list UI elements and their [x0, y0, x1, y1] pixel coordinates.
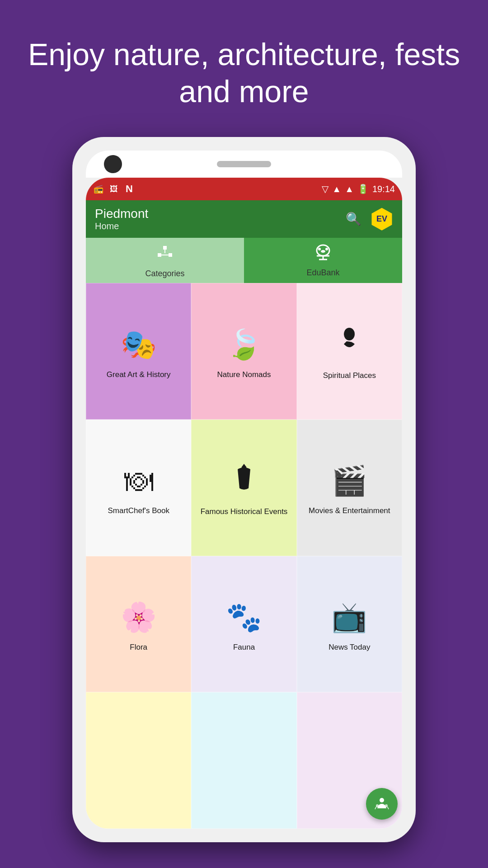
flora-icon: 🌸: [121, 600, 157, 634]
podcast-icon: 📻: [93, 184, 104, 194]
speaker: [217, 161, 271, 167]
svg-point-13: [344, 328, 355, 340]
fab-button[interactable]: [366, 788, 398, 820]
signal-icon: ▲: [332, 184, 341, 194]
phone-screen: 📻 🖼 N ▽ ▲ ▲ 🔋 19:14 Piedmont Home: [86, 178, 402, 829]
status-right-icons: ▽ ▲ ▲ 🔋 19:14: [322, 184, 395, 194]
svg-point-8: [325, 248, 328, 250]
tab-bar: Categories EduBank: [86, 238, 402, 283]
svg-rect-14: [242, 472, 246, 473]
app-bar-title: Piedmont Home: [95, 207, 148, 231]
famous-historical-label: Famous Historical Events: [201, 507, 288, 517]
cell-famous-historical[interactable]: Famous Historical Events: [191, 420, 296, 556]
app-home-label: Home: [95, 221, 148, 231]
art-history-icon: 🎭: [121, 328, 157, 362]
ev-badge: EV: [371, 208, 393, 231]
svg-point-17: [380, 798, 384, 802]
svg-rect-15: [241, 476, 247, 477]
camera: [104, 155, 122, 173]
art-history-label: Great Art & History: [107, 370, 171, 380]
clock: 19:14: [372, 184, 395, 194]
cell-fauna[interactable]: 🐾 Fauna: [191, 556, 296, 693]
cell-great-art-history[interactable]: 🎭 Great Art & History: [86, 283, 191, 420]
nature-nomads-label: Nature Nomads: [217, 370, 271, 380]
app-bar-icons: 🔍 EV: [346, 208, 393, 231]
edubank-icon: [314, 244, 333, 265]
phone-wrapper: 📻 🖼 N ▽ ▲ ▲ 🔋 19:14 Piedmont Home: [72, 137, 416, 842]
cell-smartchef[interactable]: 🍽 SmartChef's Book: [86, 420, 191, 556]
app-name: Piedmont: [95, 207, 148, 221]
tab-edubank[interactable]: EduBank: [244, 238, 402, 283]
smartchef-label: SmartChef's Book: [108, 506, 169, 516]
phone-frame: 📻 🖼 N ▽ ▲ ▲ 🔋 19:14 Piedmont Home: [72, 137, 416, 842]
news-label: News Today: [328, 642, 370, 652]
svg-point-9: [321, 250, 325, 253]
app-bar: Piedmont Home 🔍 EV: [86, 200, 402, 238]
status-bar: 📻 🖼 N ▽ ▲ ▲ 🔋 19:14: [86, 178, 402, 200]
historical-icon: [231, 463, 257, 499]
svg-rect-0: [163, 246, 167, 250]
categories-icon: [156, 244, 174, 266]
battery-icon: 🔋: [357, 184, 369, 194]
flora-label: Flora: [130, 642, 147, 652]
nature-nomads-icon: 🍃: [226, 328, 262, 362]
movies-label: Movies & Entertainment: [309, 506, 390, 516]
hero-text: Enjoy nature, architecture, fests and mo…: [0, 0, 488, 137]
tab-categories[interactable]: Categories: [86, 238, 244, 283]
cell-spiritual-places[interactable]: Spiritual Places: [297, 283, 402, 420]
smartchef-icon: 🍽: [124, 464, 153, 498]
fauna-icon: 🐾: [226, 600, 262, 634]
search-icon[interactable]: 🔍: [346, 212, 361, 226]
notch-row: [86, 151, 402, 178]
movies-icon: 🎬: [331, 464, 367, 498]
categories-label: Categories: [145, 269, 184, 278]
cell-row4-b[interactable]: [191, 692, 296, 829]
wifi-icon: ▽: [322, 184, 328, 194]
categories-grid: 🎭 Great Art & History 🍃 Nature Nomads Sp…: [86, 283, 402, 829]
svg-point-7: [318, 248, 321, 250]
fauna-label: Fauna: [233, 642, 255, 652]
edubank-label: EduBank: [306, 268, 339, 278]
image-icon: 🖼: [108, 184, 119, 194]
status-left-icons: 📻 🖼 N: [93, 184, 135, 194]
signal2-icon: ▲: [345, 184, 354, 194]
spiritual-places-label: Spiritual Places: [323, 371, 376, 381]
cell-movies-entertainment[interactable]: 🎬 Movies & Entertainment: [297, 420, 402, 556]
cell-flora[interactable]: 🌸 Flora: [86, 556, 191, 693]
spiritual-places-icon: [337, 327, 362, 363]
cell-news-today[interactable]: 📺 News Today: [297, 556, 402, 693]
svg-rect-16: [240, 479, 248, 481]
cell-row4-a[interactable]: [86, 692, 191, 829]
cell-nature-nomads[interactable]: 🍃 Nature Nomads: [191, 283, 296, 420]
n-icon: N: [124, 184, 135, 194]
news-icon: 📺: [331, 600, 367, 634]
